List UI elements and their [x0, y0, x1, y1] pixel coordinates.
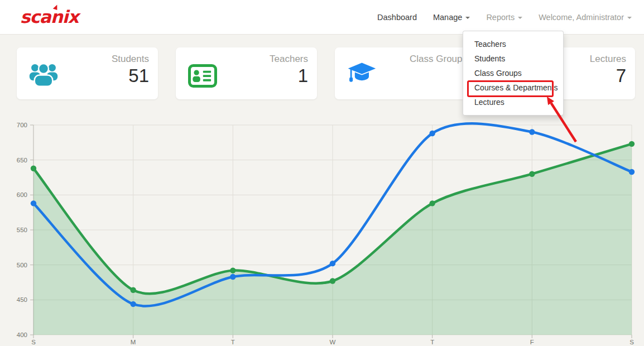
nav-item-user-menu[interactable]: Welcome, Administrator: [539, 13, 632, 22]
svg-text:S: S: [629, 339, 634, 345]
graduation-cap-icon: [347, 60, 376, 88]
top-navbar: scanix Dashboard Manage Reports Welcome,…: [0, 0, 644, 35]
nav-item-reports-label: Reports: [486, 13, 515, 22]
manage-dropdown-menu: Teachers Students Class Groups Courses &…: [463, 31, 564, 116]
menu-item-lectures[interactable]: Lectures: [463, 95, 563, 109]
svg-text:W: W: [330, 339, 336, 345]
svg-text:450: 450: [17, 296, 27, 303]
stat-card-class-groups[interactable]: Class Groups: [335, 47, 476, 99]
menu-item-students[interactable]: Students: [463, 51, 563, 66]
users-icon: [29, 60, 58, 88]
stat-card-label: Teachers: [270, 54, 308, 65]
stat-card-label: Students: [112, 54, 149, 65]
nav-item-dashboard[interactable]: Dashboard: [377, 13, 417, 22]
svg-text:600: 600: [17, 191, 27, 198]
id-card-icon: [188, 62, 217, 90]
stat-card-teachers[interactable]: Teachers 1: [176, 47, 317, 99]
stat-card-value: 1: [270, 66, 308, 86]
menu-item-class-groups[interactable]: Class Groups: [463, 66, 563, 80]
menu-item-courses-departments[interactable]: Courses & Departments: [463, 80, 563, 95]
weekly-activity-chart: 400450500550600650700SMTWTFS: [0, 120, 644, 346]
nav-item-user-label: Welcome, Administrator: [539, 13, 624, 22]
nav-links: Dashboard Manage Reports Welcome, Admini…: [377, 0, 632, 35]
chevron-down-icon: [627, 17, 632, 19]
svg-text:650: 650: [17, 157, 27, 164]
nav-item-reports[interactable]: Reports: [486, 13, 522, 22]
stat-card-label: Lectures: [590, 54, 626, 65]
svg-text:F: F: [530, 339, 534, 345]
stat-card-label: Class Groups: [410, 54, 467, 65]
nav-item-manage[interactable]: Manage: [433, 13, 470, 22]
menu-item-teachers[interactable]: Teachers: [463, 37, 563, 51]
svg-text:M: M: [131, 339, 136, 345]
svg-text:S: S: [31, 339, 36, 345]
svg-text:550: 550: [17, 227, 27, 233]
line-chart-canvas: 400450500550600650700SMTWTFS: [0, 120, 644, 346]
nav-item-manage-label: Manage: [433, 13, 462, 22]
svg-text:700: 700: [17, 122, 27, 128]
svg-text:400: 400: [17, 331, 27, 338]
svg-text:T: T: [231, 339, 235, 345]
stat-card-value: 7: [590, 66, 626, 86]
brand-logo[interactable]: scanix: [20, 7, 78, 27]
nav-item-dashboard-label: Dashboard: [377, 13, 417, 22]
stat-card-value: 51: [112, 66, 149, 86]
svg-text:500: 500: [17, 262, 27, 268]
chevron-down-icon: [518, 17, 522, 19]
chevron-down-icon: [465, 17, 470, 19]
svg-text:T: T: [430, 339, 434, 345]
stat-card-students[interactable]: Students 51: [17, 47, 158, 99]
